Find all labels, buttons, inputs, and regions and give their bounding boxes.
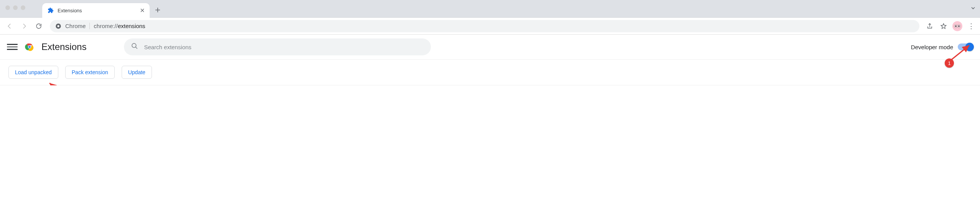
omnibox-chip-label: Chrome — [65, 23, 90, 29]
new-tab-button[interactable] — [152, 4, 163, 16]
page-title: Extensions — [41, 42, 86, 52]
minimize-window-dot[interactable] — [13, 5, 18, 10]
extensions-header: Extensions Developer mode — [0, 35, 980, 60]
tab-strip: Extensions — [0, 0, 980, 18]
chrome-icon — [55, 23, 61, 29]
developer-mode-control: Developer mode — [911, 43, 973, 50]
omnibox-url-scheme: chrome:// — [94, 23, 118, 29]
bookmark-star-icon[interactable] — [939, 21, 949, 31]
search-icon — [131, 42, 139, 52]
omnibox-url-path: extensions — [118, 23, 145, 29]
tab-title: Extensions — [58, 8, 135, 13]
close-tab-icon[interactable] — [139, 7, 146, 14]
menu-hamburger-icon[interactable] — [7, 42, 18, 52]
forward-button[interactable] — [18, 20, 30, 32]
share-icon[interactable] — [925, 21, 935, 31]
pack-extension-button[interactable]: Pack extension — [65, 66, 115, 79]
chrome-logo-icon — [25, 42, 35, 52]
profile-avatar[interactable] — [952, 21, 962, 31]
tabs-dropdown-icon[interactable] — [971, 5, 975, 12]
more-menu-icon[interactable]: ⋮ — [966, 21, 976, 31]
svg-point-5 — [958, 25, 960, 27]
browser-tab[interactable]: Extensions — [42, 3, 150, 18]
address-bar[interactable]: Chrome chrome://extensions — [50, 20, 919, 32]
omnibox-url: chrome://extensions — [94, 23, 145, 29]
back-button[interactable] — [4, 20, 15, 32]
search-extensions[interactable] — [124, 38, 431, 55]
load-unpacked-button[interactable]: Load unpacked — [8, 66, 58, 79]
close-window-dot[interactable] — [5, 5, 10, 10]
search-input[interactable] — [144, 44, 424, 50]
window-controls — [5, 5, 25, 10]
svg-point-9 — [132, 43, 136, 48]
toolbar-right: ⋮ — [925, 21, 976, 31]
browser-toolbar: Chrome chrome://extensions ⋮ — [0, 18, 980, 35]
developer-actions: Load unpacked Pack extension Update — [0, 60, 980, 85]
maximize-window-dot[interactable] — [21, 5, 25, 10]
svg-point-4 — [955, 25, 957, 27]
developer-mode-label: Developer mode — [911, 44, 953, 50]
update-button[interactable]: Update — [122, 66, 152, 79]
developer-mode-toggle[interactable] — [958, 43, 973, 50]
reload-button[interactable] — [33, 20, 45, 32]
svg-point-1 — [57, 25, 59, 27]
extension-puzzle-icon — [48, 7, 54, 13]
